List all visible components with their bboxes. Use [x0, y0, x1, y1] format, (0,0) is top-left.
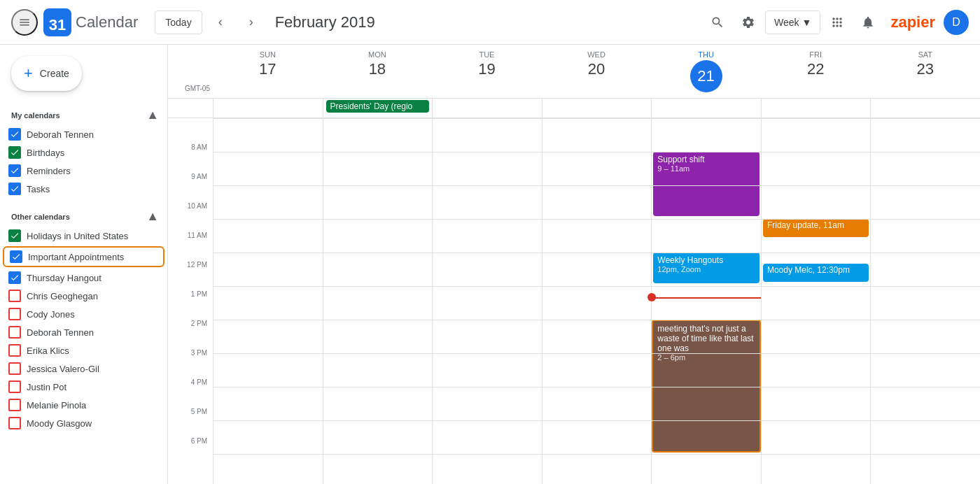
support-shift-event[interactable]: Support shift 9 – 11am [653, 152, 760, 216]
calendar-checkbox[interactable] [8, 362, 21, 375]
plus-icon: + [24, 64, 33, 83]
calendar-checkbox[interactable] [8, 380, 21, 393]
calendar-label: Reminders [27, 166, 71, 176]
topbar-right: Week ▼ zapier D [704, 8, 969, 36]
allday-sat [870, 99, 980, 118]
calendar-checkbox[interactable] [8, 229, 21, 242]
calendar-label: Deborah Tennen [27, 327, 94, 338]
day-header-mon: MON 18 [323, 45, 433, 98]
calendar-checkbox[interactable] [8, 417, 21, 429]
time-label-2pm: 2 PM [168, 320, 213, 353]
menu-button[interactable] [11, 9, 38, 36]
notifications-button[interactable] [854, 8, 882, 36]
create-label: Create [40, 68, 69, 79]
calendar-label: Chris Geoghegan [27, 291, 98, 301]
chevron-down-icon: ▼ [802, 17, 812, 28]
settings-button[interactable] [734, 8, 762, 36]
calendar-checkbox[interactable] [8, 146, 21, 159]
allday-wed [542, 99, 652, 118]
sidebar-item-tasks[interactable]: Tasks [3, 180, 164, 198]
calendar-grid: GMT-05 SUN 17 MON 18 TUE 19 WED 20 [168, 45, 980, 484]
calendar-label: Erika Klics [27, 346, 69, 356]
create-button[interactable]: + Create [11, 56, 82, 91]
friday-update-event[interactable]: Friday update, 11am [763, 219, 869, 237]
time-grid-container[interactable]: 8 AM 9 AM 10 AM 11 AM 12 PM 1 PM 2 PM 3 … [168, 118, 980, 484]
calendar-label: Melanie Pinola [27, 400, 86, 411]
time-label-10am: 10 AM [168, 202, 213, 236]
calendar-label: Thursday Hangout [27, 273, 102, 283]
important-appointments-wrapper: Important Appointments [3, 246, 164, 267]
main-layout: + Create My calendars ▲ Deborah Tennen B… [0, 45, 980, 484]
sidebar-item-moody[interactable]: Moody Glasgow [3, 414, 164, 432]
weekly-hangouts-event[interactable]: Weekly Hangouts 12pm, Zoom [653, 252, 760, 283]
day-columns: Support shift 9 – 11am Weekly Hangouts 1… [213, 118, 980, 484]
collapse-icon: ▲ [146, 108, 159, 122]
sidebar-item-birthdays[interactable]: Birthdays [3, 143, 164, 162]
allday-row: Presidents' Day (regio [168, 99, 980, 118]
today-button[interactable]: Today [155, 10, 202, 34]
time-label-5pm: 5 PM [168, 408, 213, 441]
moody-melc-event[interactable]: Moody Melc, 12:30pm [763, 264, 869, 282]
calendar-checkbox[interactable] [8, 308, 21, 320]
next-button[interactable]: › [239, 10, 264, 35]
day-col-fri: Friday update, 11am Moody Melc, 12:30pm [761, 118, 871, 484]
calendar-label: Tasks [27, 184, 50, 194]
day-header-sun: SUN 17 [213, 45, 323, 98]
search-button[interactable] [704, 8, 732, 36]
calendar-label: Deborah Tennen [27, 129, 94, 140]
calendar-checkbox[interactable] [8, 183, 21, 195]
day-col-thu: Support shift 9 – 11am Weekly Hangouts 1… [651, 118, 761, 484]
calendar-checkbox[interactable] [8, 344, 21, 357]
calendar-checkbox[interactable] [8, 271, 21, 284]
day-header-thu: THU 21 [651, 45, 761, 98]
time-label-8am: 8 AM [168, 143, 213, 177]
calendar-label: Holidays in United States [27, 231, 128, 241]
day-header-tue: TUE 19 [432, 45, 542, 98]
prev-button[interactable]: ‹ [208, 10, 233, 35]
time-label-1pm: 1 PM [168, 290, 213, 324]
logo-icon: 31 [43, 8, 71, 36]
calendar-label: Justin Pot [27, 382, 66, 392]
sidebar-item-deborah[interactable]: Deborah Tennen [3, 125, 164, 143]
sidebar-item-thursday[interactable]: Thursday Hangout [3, 269, 164, 287]
sidebar-item-reminders[interactable]: Reminders [3, 162, 164, 180]
calendar-label: Important Appointments [28, 252, 124, 262]
sidebar-item-holidays[interactable]: Holidays in United States [3, 227, 164, 245]
month-title: February 2019 [275, 13, 698, 31]
allday-mon: Presidents' Day (regio [323, 99, 433, 118]
view-selector[interactable]: Week ▼ [765, 10, 820, 34]
calendar-checkbox[interactable] [8, 326, 21, 339]
presidents-day-event[interactable]: Presidents' Day (regio [326, 100, 430, 113]
calendar-checkbox[interactable] [10, 250, 22, 263]
day-col-sun [213, 118, 323, 484]
sidebar-item-important[interactable]: Important Appointments [4, 248, 163, 266]
meeting-event[interactable]: meeting that's not just a waste of time … [652, 320, 761, 453]
sidebar: + Create My calendars ▲ Deborah Tennen B… [0, 45, 168, 484]
zapier-logo: zapier [890, 13, 935, 31]
calendar-checkbox[interactable] [8, 164, 21, 177]
calendar-label: Moody Glasgow [27, 418, 92, 429]
calendar-checkbox[interactable] [8, 128, 21, 141]
time-label-12pm: 12 PM [168, 261, 213, 294]
current-time-line [652, 297, 761, 299]
sidebar-item-chris[interactable]: Chris Geoghegan [3, 287, 164, 305]
sidebar-item-cody[interactable]: Cody Jones [3, 305, 164, 323]
calendar-checkbox[interactable] [8, 399, 21, 411]
collapse-icon: ▲ [146, 209, 159, 224]
time-label-11am: 11 AM [168, 232, 213, 265]
day-headers: GMT-05 SUN 17 MON 18 TUE 19 WED 20 [168, 45, 980, 99]
sidebar-item-justin[interactable]: Justin Pot [3, 378, 164, 396]
day-col-wed [542, 118, 652, 484]
calendar-checkbox[interactable] [8, 290, 21, 302]
sidebar-item-erika[interactable]: Erika Klics [3, 341, 164, 360]
gmt-label: GMT-05 [168, 79, 213, 98]
sidebar-item-melanie[interactable]: Melanie Pinola [3, 396, 164, 414]
apps-button[interactable] [823, 8, 851, 36]
other-calendars-section[interactable]: Other calendars ▲ [0, 204, 167, 227]
avatar[interactable]: D [944, 10, 969, 35]
sidebar-item-jessica[interactable]: Jessica Valero-Gil [3, 360, 164, 378]
my-calendars-section[interactable]: My calendars ▲ [0, 102, 167, 125]
logo-text: Calendar [76, 13, 138, 31]
sidebar-item-deborah2[interactable]: Deborah Tennen [3, 323, 164, 341]
time-label-6pm: 6 PM [168, 437, 213, 471]
